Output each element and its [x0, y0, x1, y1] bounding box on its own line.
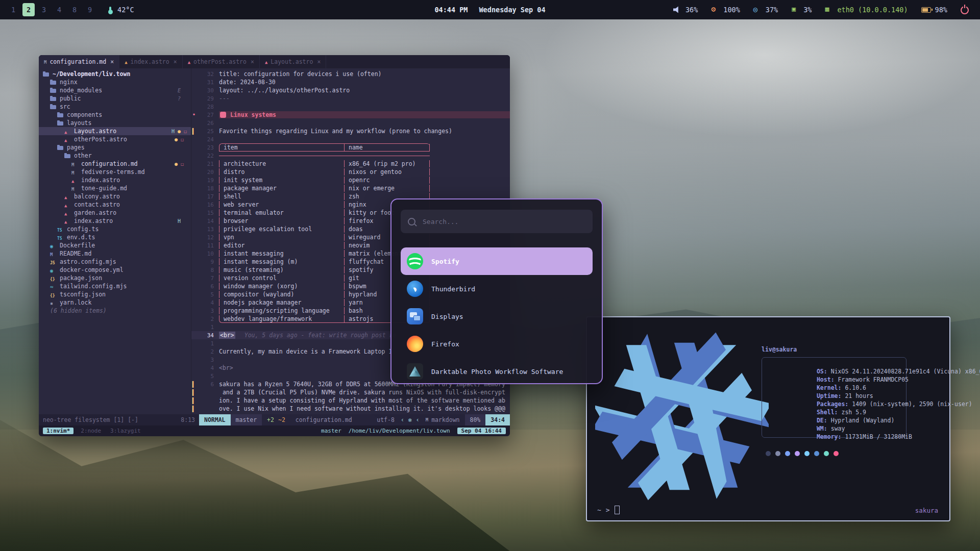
app-list-item[interactable]: Thunderbird	[401, 275, 593, 303]
tree-item[interactable]: tsconfig.json	[39, 290, 191, 298]
file-icon	[50, 275, 57, 282]
tree-item[interactable]: layouts	[39, 119, 191, 127]
workspace-button[interactable]: 4	[53, 3, 65, 16]
tmux-window[interactable]: 1:nvim*	[43, 428, 74, 434]
tree-item[interactable]: yarn.lock	[39, 298, 191, 307]
tree-item[interactable]: nginx	[39, 78, 191, 86]
editor-tab[interactable]: Layout.astro ×	[260, 55, 326, 68]
tree-item-label: astro.config.mjs	[60, 258, 116, 265]
tree-item[interactable]: pages	[39, 143, 191, 152]
table-cell-item: webdev language/framework	[219, 315, 345, 322]
line-number: 31	[197, 79, 219, 86]
tree-item[interactable]: fediverse-terms.md	[39, 168, 191, 176]
tree-item-label: components	[67, 111, 102, 118]
file-icon	[64, 128, 71, 135]
app-list-item[interactable]: Spotify	[401, 247, 593, 275]
file-icon	[43, 71, 50, 78]
tree-item-label: balcony.astro	[74, 193, 120, 200]
tree-item[interactable]: index.astro	[39, 176, 191, 184]
file-icon	[71, 177, 79, 184]
status-module[interactable]: eth0 (10.0.0.140)	[825, 6, 908, 14]
status-filename: configuration.md	[290, 414, 357, 425]
tree-item[interactable]: garden.astro	[39, 209, 191, 217]
editor-line: 25 Favorite things regarding Linux and m…	[191, 127, 510, 135]
status-module[interactable]: 100%	[711, 6, 740, 14]
tmux-window[interactable]: 2:node	[79, 428, 103, 434]
tree-item[interactable]: ~/Development/liv.town	[39, 70, 191, 78]
tree-item[interactable]: docker-compose.yml	[39, 266, 191, 274]
app-list-item[interactable]: Darktable Photo Workflow Software	[401, 358, 593, 384]
tab-bar: configuration.md × index.astro × otherPo…	[39, 55, 510, 68]
tree-item[interactable]: otherPost.astro ● ☐	[39, 135, 191, 143]
workspace-button[interactable]: 3	[38, 3, 50, 16]
temperature-module[interactable]: 42°C	[109, 6, 134, 14]
tree-item[interactable]: Layout.astro H ● ☐	[39, 127, 191, 135]
info-key: DE:	[817, 417, 827, 424]
app-list-item[interactable]: Displays	[401, 303, 593, 330]
tree-item[interactable]: src	[39, 103, 191, 111]
tree-item[interactable]: astro.config.mjs	[39, 258, 191, 266]
clock-module[interactable]: 04:44 PM Wednesday Sep 04	[434, 6, 545, 14]
tree-item[interactable]: index.astro H	[39, 217, 191, 225]
launcher-search[interactable]	[401, 210, 593, 233]
tree-item[interactable]: contact.astro	[39, 201, 191, 209]
tree-item[interactable]: components	[39, 111, 191, 119]
table-cell-name: x86_64 (rip m2 pro)	[345, 160, 430, 167]
editor-tab[interactable]: index.astro ×	[119, 55, 183, 68]
line-number: 19	[197, 177, 219, 184]
file-icon	[50, 291, 57, 298]
app-list-item[interactable]: Firefox	[401, 330, 593, 358]
tree-item[interactable]: tone-guide.md	[39, 184, 191, 192]
workspace-button[interactable]: 1	[7, 3, 19, 16]
tree-item[interactable]: Dockerfile	[39, 241, 191, 249]
tree-item[interactable]: README.md	[39, 249, 191, 258]
shell-prompt[interactable]: ~ >	[597, 506, 620, 514]
module-value: 37%	[766, 6, 778, 14]
tree-item[interactable]: node_modules E	[39, 86, 191, 94]
tree-item[interactable]: public ?	[39, 94, 191, 103]
tree-item-label: README.md	[60, 250, 91, 257]
color-dot	[775, 451, 780, 456]
tree-item-label: fediverse-terms.md	[81, 168, 145, 176]
workspace-button[interactable]: 2	[22, 3, 35, 16]
status-module[interactable]: 37%	[753, 6, 778, 14]
tab-close-icon[interactable]: ×	[174, 58, 177, 65]
tree-item[interactable]: config.ts	[39, 225, 191, 233]
file-icon	[50, 95, 57, 102]
tab-close-icon[interactable]: ×	[251, 58, 254, 65]
battery-icon	[921, 7, 931, 13]
nixos-logo-icon	[595, 330, 769, 503]
workspace-button[interactable]: 8	[68, 3, 81, 16]
table-cell-item: programming/scripting language	[219, 307, 345, 314]
fetch-terminal[interactable]: liv@sakura OS:NixOS 24.11.20240828.71e91…	[586, 316, 950, 521]
color-dot	[824, 451, 829, 456]
tab-close-icon[interactable]: ×	[110, 58, 114, 65]
line-number: 27	[197, 112, 219, 118]
tree-item[interactable]: env.d.ts	[39, 233, 191, 241]
editor-tab[interactable]: configuration.md ×	[39, 55, 119, 68]
status-module[interactable]: 36%	[673, 6, 698, 14]
tree-item-label: env.d.ts	[67, 234, 95, 241]
tmux-window[interactable]: 3:lazygit	[108, 428, 143, 434]
editor-tab[interactable]: otherPost.astro ×	[183, 55, 260, 68]
tree-item-label: other	[74, 152, 92, 159]
tree-item[interactable]: (6 hidden items)	[39, 307, 191, 315]
status-module[interactable]: 3%	[791, 6, 812, 14]
tab-close-icon[interactable]: ×	[317, 58, 321, 65]
tree-item[interactable]: balcony.astro	[39, 192, 191, 201]
workspace-button[interactable]: 9	[84, 3, 96, 16]
search-input[interactable]	[422, 217, 585, 226]
tree-item[interactable]: configuration.md ● ☐	[39, 160, 191, 168]
tree-item[interactable]: tailwind.config.mjs	[39, 282, 191, 290]
info-line: OS:NixOS 24.11.20240828.71e91c4 (Vicuna)…	[767, 361, 901, 369]
table-cell-item: shell	[219, 193, 345, 200]
firefox-icon	[407, 336, 423, 352]
filetype-icon	[265, 58, 267, 65]
tree-item-label: layouts	[67, 119, 91, 127]
status-module[interactable]	[961, 6, 973, 14]
file-icon	[50, 251, 57, 257]
tree-item[interactable]: package.json	[39, 274, 191, 282]
line-number: 24	[197, 136, 219, 143]
status-module[interactable]: 98%	[921, 6, 947, 14]
tree-item[interactable]: other	[39, 152, 191, 160]
